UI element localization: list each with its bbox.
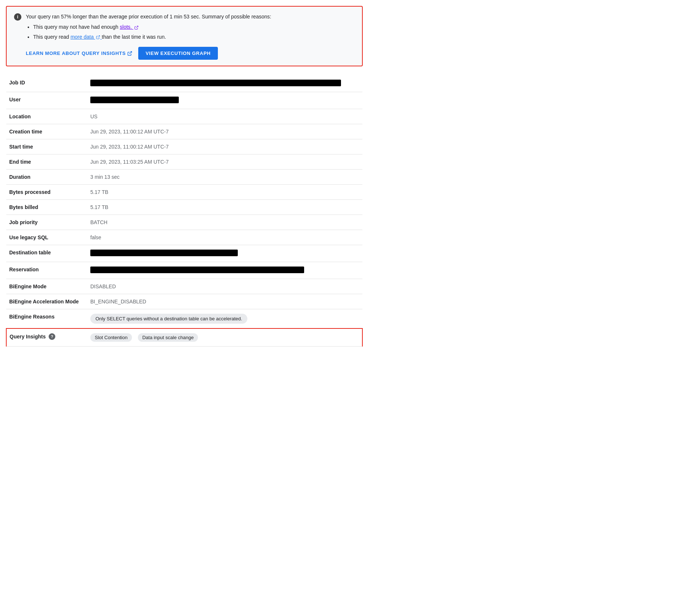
value-biengine-mode: DISABLED: [87, 279, 362, 294]
view-execution-graph-button[interactable]: VIEW EXECUTION GRAPH: [138, 47, 218, 60]
table-row-bytes-processed: Bytes processed 5.17 TB: [6, 185, 362, 200]
table-row-duration: Duration 3 min 13 sec: [6, 170, 362, 185]
alert-banner: i Your query ran 57% longer than the ave…: [6, 6, 363, 66]
biengine-reason-badge: Only SELECT queries without a destinatio…: [90, 314, 247, 324]
reason-2-after: than the last time it was run.: [102, 34, 166, 40]
table-row-start-time: Start time Jun 29, 2023, 11:00:12 AM UTC…: [6, 139, 362, 154]
info-icon: i: [14, 13, 21, 21]
table-row-destination-table: Destination table: [6, 245, 362, 262]
learn-more-button[interactable]: LEARN MORE ABOUT QUERY INSIGHTS: [26, 51, 132, 56]
reason-1-before: This query may not have had enough: [33, 24, 120, 30]
query-insights-row: Query Insights ? Slot Contention Data in…: [6, 328, 362, 347]
alert-message: Your query ran 57% longer than the avera…: [26, 14, 271, 20]
value-reservation: [87, 262, 362, 279]
table-row-reservation: Reservation: [6, 262, 362, 279]
value-location: US: [87, 109, 362, 124]
label-biengine-acceleration: BiEngine Acceleration Mode: [6, 294, 87, 309]
label-bytes-processed: Bytes processed: [6, 185, 87, 200]
label-job-priority: Job priority: [6, 215, 87, 230]
reason-2-before: This query read: [33, 34, 70, 40]
value-end-time: Jun 29, 2023, 11:03:25 AM UTC-7: [87, 154, 362, 170]
label-location: Location: [6, 109, 87, 124]
label-legacy-sql: Use legacy SQL: [6, 230, 87, 245]
label-user: User: [6, 92, 87, 109]
help-icon[interactable]: ?: [49, 333, 55, 340]
alert-reason-1: This query may not have had enough slots…: [33, 23, 271, 31]
label-creation-time: Creation time: [6, 124, 87, 139]
table-row-creation-time: Creation time Jun 29, 2023, 11:00:12 AM …: [6, 124, 362, 139]
redacted-reservation: [90, 267, 304, 273]
alert-reasons-list: This query may not have had enough slots…: [26, 23, 271, 41]
label-bytes-billed: Bytes billed: [6, 200, 87, 215]
value-destination-table: [87, 245, 362, 262]
table-row-job-id: Job ID: [6, 75, 362, 92]
alert-top: i Your query ran 57% longer than the ave…: [14, 13, 355, 42]
value-biengine-reasons: Only SELECT queries without a destinatio…: [87, 309, 362, 329]
details-table: Job ID User Location US Creation time Ju…: [6, 75, 363, 347]
table-row-biengine-acceleration: BiEngine Acceleration Mode BI_ENGINE_DIS…: [6, 294, 362, 309]
alert-actions: LEARN MORE ABOUT QUERY INSIGHTS VIEW EXE…: [14, 47, 355, 60]
external-link-icon-2: [96, 35, 100, 39]
label-reservation: Reservation: [6, 262, 87, 279]
redacted-destination: [90, 250, 238, 256]
label-start-time: Start time: [6, 139, 87, 154]
value-job-priority: BATCH: [87, 215, 362, 230]
value-start-time: Jun 29, 2023, 11:00:12 AM UTC-7: [87, 139, 362, 154]
query-insights-badges-cell: Slot Contention Data input scale change: [87, 328, 362, 347]
svg-line-2: [129, 51, 132, 53]
table-row-location: Location US: [6, 109, 362, 124]
value-bytes-billed: 5.17 TB: [87, 200, 362, 215]
value-user: [87, 92, 362, 109]
table-row-job-priority: Job priority BATCH: [6, 215, 362, 230]
label-biengine-mode: BiEngine Mode: [6, 279, 87, 294]
table-row-user: User: [6, 92, 362, 109]
svg-line-1: [98, 36, 100, 38]
label-duration: Duration: [6, 170, 87, 185]
query-insights-label: Query Insights ?: [10, 333, 84, 340]
value-legacy-sql: false: [87, 230, 362, 245]
query-insights-label-cell: Query Insights ?: [6, 328, 87, 347]
value-creation-time: Jun 29, 2023, 11:00:12 AM UTC-7: [87, 124, 362, 139]
table-row-biengine-reasons: BiEngine Reasons Only SELECT queries wit…: [6, 309, 362, 329]
table-row-legacy-sql: Use legacy SQL false: [6, 230, 362, 245]
alert-text: Your query ran 57% longer than the avera…: [26, 13, 271, 42]
table-row-end-time: End time Jun 29, 2023, 11:03:25 AM UTC-7: [6, 154, 362, 170]
svg-line-0: [136, 26, 138, 28]
value-biengine-acceleration: BI_ENGINE_DISABLED: [87, 294, 362, 309]
slot-contention-badge: Slot Contention: [90, 333, 132, 342]
slots-link[interactable]: slots.: [120, 24, 139, 30]
data-input-scale-badge: Data input scale change: [138, 333, 198, 342]
value-duration: 3 min 13 sec: [87, 170, 362, 185]
table-row-biengine-mode: BiEngine Mode DISABLED: [6, 279, 362, 294]
redacted-user: [90, 97, 179, 103]
redacted-job-id: [90, 80, 341, 86]
value-bytes-processed: 5.17 TB: [87, 185, 362, 200]
insights-badges: Slot Contention Data input scale change: [90, 333, 359, 342]
label-end-time: End time: [6, 154, 87, 170]
label-biengine-reasons: BiEngine Reasons: [6, 309, 87, 329]
table-row-bytes-billed: Bytes billed 5.17 TB: [6, 200, 362, 215]
more-data-link[interactable]: more data: [70, 34, 102, 40]
learn-more-external-icon: [127, 51, 132, 56]
alert-reason-2: This query read more data than the last …: [33, 33, 271, 41]
value-job-id: [87, 75, 362, 92]
label-job-id: Job ID: [6, 75, 87, 92]
external-link-icon-1: [134, 25, 139, 30]
label-destination-table: Destination table: [6, 245, 87, 262]
